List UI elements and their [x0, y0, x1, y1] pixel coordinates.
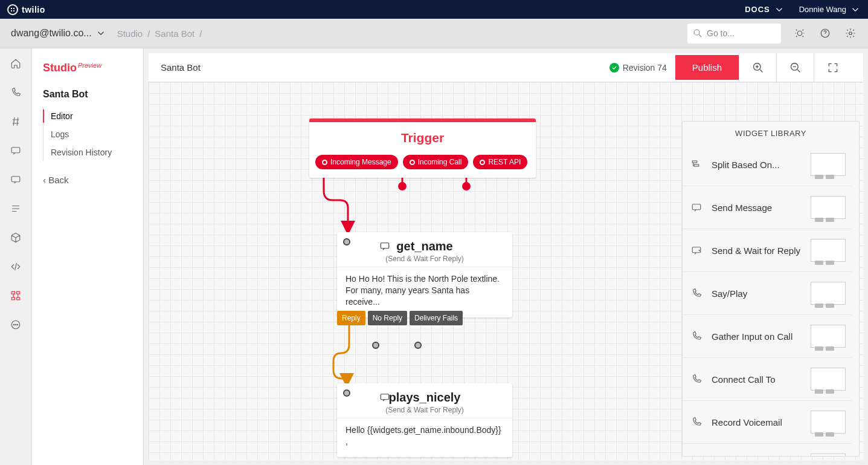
svg-rect-23 [694, 164, 699, 166]
phone-icon [689, 331, 704, 342]
lib-item-say-play[interactable]: Say/Play [683, 272, 852, 315]
trigger-pill-rest-api[interactable]: REST API [473, 155, 527, 169]
rail-code-icon[interactable] [8, 259, 24, 275]
phone-icon [689, 288, 704, 299]
svg-point-3 [849, 32, 852, 35]
sidebar-flow-name: Santa Bot [43, 89, 132, 100]
chat-reply-icon [689, 245, 704, 256]
sidebar: StudioPreview Santa Bot Editor Logs Revi… [32, 48, 144, 465]
phone-icon [689, 417, 704, 428]
trigger-node[interactable]: Trigger Incoming Message Incoming Call R… [309, 119, 536, 178]
widget-body: Ho Ho Ho! This is the North Pole textlin… [337, 267, 512, 317]
output-port[interactable] [372, 342, 379, 349]
publish-button[interactable]: Publish [675, 55, 739, 80]
widget-library-panel: WIDGET LIBRARY Split Based On... Send Me… [682, 121, 860, 457]
out-reply[interactable]: Reply [337, 311, 365, 325]
user-menu[interactable]: Donnie Wang [799, 4, 861, 15]
widget-get-name[interactable]: get_name (Send & Wait For Reply) Ho Ho H… [337, 232, 512, 317]
search-placeholder: Go to... [707, 28, 735, 38]
twilio-wordmark: twilio [22, 5, 45, 15]
topbar: twilio DOCS Donnie Wang [0, 0, 868, 19]
rail-hash-icon[interactable] [8, 114, 24, 129]
svg-point-1 [797, 31, 802, 36]
svg-rect-25 [692, 247, 701, 253]
widget-type-label: (Send & Wait For Reply) [346, 255, 504, 263]
nav-rail [0, 48, 32, 465]
back-link[interactable]: ‹ Back [43, 175, 132, 185]
rail-home-icon[interactable] [8, 56, 24, 71]
widget-library-title: WIDGET LIBRARY [683, 122, 859, 143]
help-icon[interactable] [818, 27, 832, 40]
svg-point-11 [13, 324, 14, 325]
svg-point-0 [694, 30, 699, 35]
rail-list-icon[interactable] [8, 201, 24, 216]
svg-rect-24 [692, 204, 701, 210]
breadcrumb[interactable]: Studio / Santa Bot / [117, 28, 202, 39]
canvas-title: Santa Bot [161, 62, 201, 73]
widget-plays-nicely[interactable]: plays_nicely (Send & Wait For Reply) Hel… [337, 383, 512, 457]
widget-name: get_name [346, 239, 504, 253]
sidebar-item-revision-history[interactable]: Revision History [43, 143, 132, 161]
input-port[interactable] [343, 389, 350, 397]
chevron-down-icon [95, 28, 106, 39]
svg-point-13 [17, 324, 18, 325]
lib-item-record-voicemail[interactable]: Record Voicemail [683, 401, 852, 444]
svg-rect-7 [17, 291, 20, 294]
trigger-title: Trigger [309, 122, 536, 151]
trigger-pill-incoming-call[interactable]: Incoming Call [403, 155, 469, 169]
chevron-down-icon [850, 4, 861, 15]
chat-icon [379, 392, 390, 405]
sidebar-item-logs[interactable]: Logs [43, 125, 132, 143]
revision-status[interactable]: Revision 74 [609, 63, 667, 73]
rail-sms-icon[interactable] [8, 143, 24, 158]
svg-rect-22 [692, 161, 697, 163]
trigger-pill-incoming-message[interactable]: Incoming Message [315, 155, 398, 169]
rail-cube-icon[interactable] [8, 230, 24, 246]
rail-more-icon[interactable] [8, 317, 24, 333]
phone-icon [689, 374, 704, 385]
check-icon [609, 63, 619, 73]
rail-chat-icon[interactable] [8, 172, 24, 187]
chevron-down-icon [774, 4, 785, 15]
lib-item-connect-call[interactable]: Connect Call To [683, 358, 852, 401]
sidebar-item-editor[interactable]: Editor [43, 107, 132, 125]
debugger-icon[interactable] [793, 27, 806, 40]
chat-icon [689, 202, 704, 213]
input-port[interactable] [343, 238, 350, 246]
docs-link[interactable]: DOCS [745, 4, 785, 15]
chat-icon [379, 241, 390, 254]
out-delivery-fails[interactable]: Delivery Fails [410, 311, 463, 325]
svg-rect-6 [11, 291, 14, 294]
svg-point-16 [398, 182, 407, 190]
lib-item-outgoing-call[interactable]: Make Outgoing Call [683, 444, 852, 456]
svg-point-12 [15, 324, 16, 325]
widget-type-label: (Send & Wait For Reply) [346, 406, 504, 414]
search-input[interactable]: Go to... [687, 24, 781, 44]
svg-rect-9 [17, 298, 20, 300]
rail-studio-icon[interactable] [8, 288, 24, 304]
out-no-reply[interactable]: No Reply [368, 311, 407, 325]
lib-item-gather-input[interactable]: Gather Input on Call [683, 315, 852, 358]
twilio-logo[interactable]: twilio [7, 4, 45, 15]
zoom-in-icon[interactable] [739, 53, 776, 82]
settings-gear-icon[interactable] [844, 27, 857, 40]
lib-item-send-wait-reply[interactable]: Send & Wait for Reply [683, 229, 852, 272]
svg-rect-21 [381, 394, 389, 400]
svg-rect-20 [381, 243, 389, 249]
zoom-out-icon[interactable] [776, 53, 814, 82]
twilio-logo-icon [7, 4, 18, 15]
svg-point-18 [462, 182, 471, 190]
flow-canvas[interactable]: Trigger Incoming Message Incoming Call R… [149, 82, 863, 460]
widget-body: Hello {{widgets.get_name.inbound.Body}} … [337, 418, 512, 457]
output-port[interactable] [414, 342, 422, 349]
studio-heading: StudioPreview [43, 62, 132, 74]
search-icon [692, 28, 703, 39]
lib-item-send-message[interactable]: Send Message [683, 186, 852, 229]
canvas-header: Santa Bot Revision 74 Publish [149, 53, 863, 82]
account-switcher[interactable]: dwang@twilio.co... [11, 28, 106, 39]
lib-item-split[interactable]: Split Based On... [683, 143, 852, 186]
rail-phone-icon[interactable] [8, 85, 24, 100]
subbar: dwang@twilio.co... Studio / Santa Bot / … [0, 19, 868, 48]
widget-library-scroll[interactable]: Split Based On... Send Message Send & Wa… [683, 143, 852, 456]
fullscreen-icon[interactable] [814, 53, 851, 82]
